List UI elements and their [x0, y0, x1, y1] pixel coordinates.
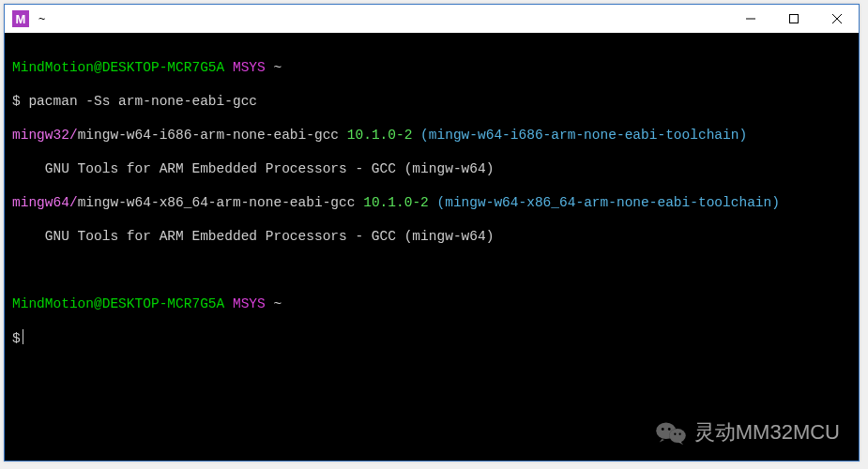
- prompt-line-2: MindMotion@DESKTOP-MCR7G5A MSYS ~: [12, 295, 851, 312]
- terminal-body[interactable]: MindMotion@DESKTOP-MCR7G5A MSYS ~ $ pacm…: [5, 33, 859, 461]
- minimize-icon: [746, 14, 755, 23]
- window-title: ~: [38, 12, 45, 25]
- prompt-path: ~: [273, 296, 282, 311]
- svg-rect-1: [790, 15, 799, 23]
- repo-name: mingw32/: [12, 128, 78, 143]
- pkg-desc-2: GNU Tools for ARM Embedded Processors - …: [12, 228, 851, 245]
- prompt-env: MSYS: [233, 60, 266, 75]
- prompt-host: DESKTOP-MCR7G5A: [102, 296, 225, 311]
- maximize-icon: [789, 14, 799, 23]
- app-icon: M: [12, 10, 29, 27]
- maximize-button[interactable]: [772, 5, 815, 33]
- text-cursor: [23, 329, 23, 344]
- prompt-at: @: [94, 296, 102, 311]
- prompt-env: MSYS: [233, 296, 266, 311]
- terminal-window: M ~ MindMotion@DESKTOP-MCR7G5A MSYS ~ $ …: [4, 4, 860, 461]
- pkg-version: 10.1.0-2: [339, 128, 420, 143]
- window-controls: [729, 5, 859, 33]
- prompt-symbol: $: [12, 331, 21, 346]
- prompt-host: DESKTOP-MCR7G5A: [102, 60, 225, 75]
- pkg-group: (mingw-w64-i686-arm-none-eabi-toolchain): [420, 128, 747, 143]
- command-line: $ pacman -Ss arm-none-eabi-gcc: [12, 93, 851, 110]
- command-text: pacman -Ss arm-none-eabi-gcc: [28, 94, 257, 109]
- prompt-at: @: [94, 60, 102, 75]
- pkg-line-1: mingw32/mingw-w64-i686-arm-none-eabi-gcc…: [12, 127, 851, 144]
- pkg-line-2: mingw64/mingw-w64-x86_64-arm-none-eabi-g…: [12, 194, 851, 211]
- titlebar[interactable]: M ~: [5, 5, 859, 33]
- blank-line: [12, 262, 851, 279]
- pkg-version: 10.1.0-2: [355, 195, 436, 210]
- pkg-name: mingw-w64-x86_64-arm-none-eabi-gcc: [78, 195, 356, 210]
- repo-name: mingw64/: [12, 195, 78, 210]
- cursor-line: $: [12, 329, 851, 347]
- minimize-button[interactable]: [729, 5, 772, 33]
- prompt-line: MindMotion@DESKTOP-MCR7G5A MSYS ~: [12, 59, 851, 76]
- prompt-user: MindMotion: [12, 296, 94, 311]
- pkg-desc-1: GNU Tools for ARM Embedded Processors - …: [12, 160, 851, 177]
- prompt-symbol: $: [12, 94, 21, 109]
- pkg-group: (mingw-w64-x86_64-arm-none-eabi-toolchai…: [437, 195, 780, 210]
- close-icon: [832, 14, 842, 23]
- prompt-user: MindMotion: [12, 60, 94, 75]
- app-icon-letter: M: [16, 13, 26, 25]
- close-button[interactable]: [815, 5, 859, 33]
- prompt-path: ~: [273, 60, 282, 75]
- pkg-name: mingw-w64-i686-arm-none-eabi-gcc: [78, 128, 339, 143]
